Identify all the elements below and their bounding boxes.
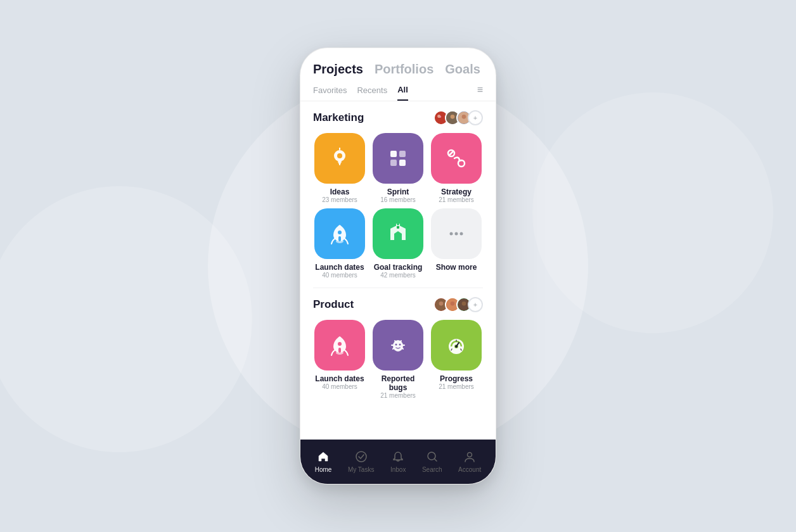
project-launch-dates-prod-name: Launch dates (315, 374, 364, 383)
project-ideas-name: Ideas (330, 187, 350, 196)
bg-circle-right (532, 92, 773, 333)
svg-point-27 (450, 232, 453, 236)
search-icon (426, 450, 439, 465)
svg-point-23 (338, 231, 342, 234)
nav-my-tasks[interactable]: My Tasks (348, 450, 375, 473)
svg-rect-16 (399, 160, 406, 166)
svg-line-50 (451, 349, 452, 350)
project-progress-name: Progress (440, 374, 473, 383)
svg-rect-15 (390, 160, 397, 166)
project-reported-bugs-members: 21 members (380, 392, 416, 399)
svg-marker-20 (458, 159, 462, 162)
project-ideas-members: 23 members (322, 196, 357, 203)
home-icon (317, 450, 330, 465)
product-header: Product + (313, 297, 483, 312)
nav-home-label: Home (315, 466, 332, 473)
svg-point-49 (455, 345, 458, 348)
project-launch-dates-mkt-members: 40 members (322, 272, 357, 279)
project-ideas[interactable]: Ideas 23 members (313, 133, 366, 203)
bell-icon (392, 450, 404, 465)
svg-point-29 (460, 232, 463, 236)
svg-line-45 (402, 348, 403, 349)
svg-point-38 (338, 342, 342, 346)
project-goal-tracking[interactable]: Goal tracking 42 members (371, 208, 425, 279)
bg-circle-left (0, 186, 252, 452)
nav-home[interactable]: Home (315, 450, 332, 473)
add-member-btn-marketing[interactable]: + (468, 110, 483, 125)
marketing-title: Marketing (313, 111, 364, 124)
nav-my-tasks-label: My Tasks (348, 466, 375, 473)
project-progress-members: 21 members (439, 383, 474, 390)
nav-search-label: Search (422, 466, 442, 473)
svg-line-51 (461, 349, 461, 350)
project-launch-dates-mkt[interactable]: Launch dates 40 members (313, 208, 366, 279)
svg-line-44 (393, 348, 394, 349)
check-circle-icon (355, 450, 368, 465)
nav-inbox-label: Inbox (390, 466, 406, 473)
svg-point-56 (468, 453, 472, 457)
svg-point-53 (356, 452, 366, 462)
project-progress[interactable]: Progress 21 members (430, 320, 483, 399)
product-avatars: + (433, 297, 483, 312)
project-reported-bugs[interactable]: Reported bugs 21 members (371, 320, 425, 399)
svg-line-18 (449, 151, 453, 155)
product-projects-grid: Launch dates 40 members (300, 320, 496, 408)
project-goal-tracking-name: Goal tracking (374, 263, 423, 272)
project-show-more-name: Show more (436, 263, 477, 272)
svg-point-6 (462, 115, 466, 119)
svg-point-40 (395, 344, 397, 346)
tab-goals[interactable]: Goals (445, 62, 480, 77)
svg-point-39 (393, 340, 403, 352)
svg-point-4 (451, 115, 455, 119)
svg-rect-22 (338, 236, 341, 241)
project-sprint[interactable]: Sprint 16 members (371, 133, 425, 203)
subtab-recents[interactable]: Recents (357, 86, 387, 100)
svg-point-31 (439, 301, 444, 306)
subtab-all[interactable]: All (397, 85, 408, 101)
sub-tabs: Favorites Recents All ≡ (300, 79, 496, 101)
svg-rect-14 (399, 151, 406, 157)
marketing-projects-grid: Ideas 23 members Sprint 16 members (300, 133, 496, 288)
svg-point-28 (455, 232, 458, 236)
project-strategy-members: 21 members (439, 196, 474, 203)
project-strategy-name: Strategy (441, 187, 472, 196)
phone-content: Projects Portfolios Goals Favorites Rece… (300, 48, 496, 440)
project-sprint-members: 16 members (380, 196, 416, 203)
bottom-nav: Home My Tasks Inbox (300, 440, 496, 484)
project-launch-dates-prod[interactable]: Launch dates 40 members (313, 320, 366, 399)
phone-frame: Projects Portfolios Goals Favorites Rece… (300, 48, 496, 484)
project-launch-dates-mkt-name: Launch dates (315, 263, 364, 272)
project-reported-bugs-name: Reported bugs (371, 374, 425, 392)
svg-point-26 (397, 223, 399, 225)
nav-account[interactable]: Account (458, 450, 481, 473)
nav-search[interactable]: Search (422, 450, 442, 473)
marketing-avatars: + (433, 110, 483, 125)
marketing-header: Marketing + (313, 110, 483, 125)
svg-point-33 (451, 301, 455, 306)
tab-projects[interactable]: Projects (313, 62, 363, 77)
project-show-more[interactable]: Show more (430, 208, 483, 279)
product-section: Product + (300, 288, 496, 312)
project-launch-dates-prod-members: 40 members (322, 383, 357, 390)
marketing-section: Marketing + (300, 101, 496, 125)
product-title: Product (313, 298, 354, 311)
svg-point-2 (437, 115, 440, 118)
svg-line-55 (434, 459, 437, 462)
project-goal-tracking-members: 42 members (380, 272, 416, 279)
add-member-btn-product[interactable]: + (468, 297, 483, 312)
project-strategy[interactable]: Strategy 21 members (430, 133, 483, 203)
nav-inbox[interactable]: Inbox (390, 450, 406, 473)
nav-account-label: Account (458, 466, 481, 473)
list-view-icon[interactable]: ≡ (477, 84, 483, 101)
svg-point-41 (399, 344, 401, 346)
svg-point-35 (462, 301, 466, 306)
tab-portfolios[interactable]: Portfolios (375, 62, 433, 77)
subtab-favorites[interactable]: Favorites (313, 86, 347, 100)
header-tabs: Projects Portfolios Goals (300, 48, 496, 79)
svg-point-10 (337, 153, 342, 158)
person-icon (463, 450, 476, 465)
project-sprint-name: Sprint (387, 187, 409, 196)
svg-rect-37 (338, 348, 341, 353)
svg-rect-13 (390, 151, 397, 157)
